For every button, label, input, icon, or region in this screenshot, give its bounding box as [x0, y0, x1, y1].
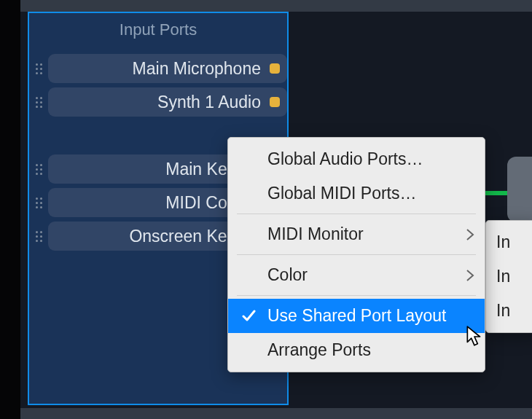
check-icon [241, 308, 256, 323]
port-label: Main Microphone [48, 59, 262, 79]
menu-label: Use Shared Port Layout [267, 306, 446, 326]
menu-separator [237, 254, 476, 255]
downstream-node[interactable] [507, 157, 532, 222]
port-synth-1-audio[interactable]: Synth 1 Audio [48, 87, 287, 117]
submenu-item[interactable]: In [486, 259, 532, 294]
midi-monitor-submenu[interactable]: In In In [485, 220, 532, 333]
frame-chrome-bottom [20, 408, 532, 419]
port-main-microphone[interactable]: Main Microphone [48, 54, 287, 83]
menu-label: Global MIDI Ports… [267, 184, 417, 203]
menu-color[interactable]: Color [228, 258, 485, 292]
menu-use-shared-port-layout[interactable]: Use Shared Port Layout [228, 299, 485, 333]
drag-handle-icon[interactable] [34, 97, 44, 108]
audio-port-row[interactable]: Main Microphone [32, 54, 287, 83]
menu-label: Global Audio Ports… [267, 149, 423, 169]
menu-arrange-ports[interactable]: Arrange Ports [228, 333, 485, 367]
submenu-item[interactable]: In [486, 294, 532, 328]
context-menu[interactable]: Global Audio Ports… Global MIDI Ports… M… [227, 137, 485, 372]
drag-handle-icon[interactable] [34, 231, 44, 242]
frame-chrome-top [20, 0, 532, 12]
audio-indicator-icon [270, 63, 280, 74]
menu-midi-monitor[interactable]: MIDI Monitor [228, 217, 485, 251]
panel-title: Input Ports [29, 13, 287, 50]
drag-handle-icon[interactable] [34, 197, 44, 208]
menu-separator [237, 214, 476, 214]
menu-label: Color [267, 265, 308, 285]
menu-separator [237, 295, 476, 296]
audio-port-row[interactable]: Synth 1 Audio [32, 87, 287, 117]
audio-indicator-icon [270, 97, 280, 107]
submenu-item[interactable]: In [486, 225, 532, 259]
chevron-right-icon [466, 270, 474, 281]
port-label: Synth 1 Audio [48, 93, 262, 112]
drag-handle-icon[interactable] [34, 63, 44, 74]
menu-label: MIDI Monitor [267, 224, 364, 244]
menu-global-audio-ports[interactable]: Global Audio Ports… [228, 142, 485, 176]
drag-handle-icon[interactable] [34, 164, 44, 175]
chevron-right-icon [466, 229, 474, 240]
menu-label: Arrange Ports [267, 340, 371, 360]
menu-global-midi-ports[interactable]: Global MIDI Ports… [228, 176, 485, 211]
